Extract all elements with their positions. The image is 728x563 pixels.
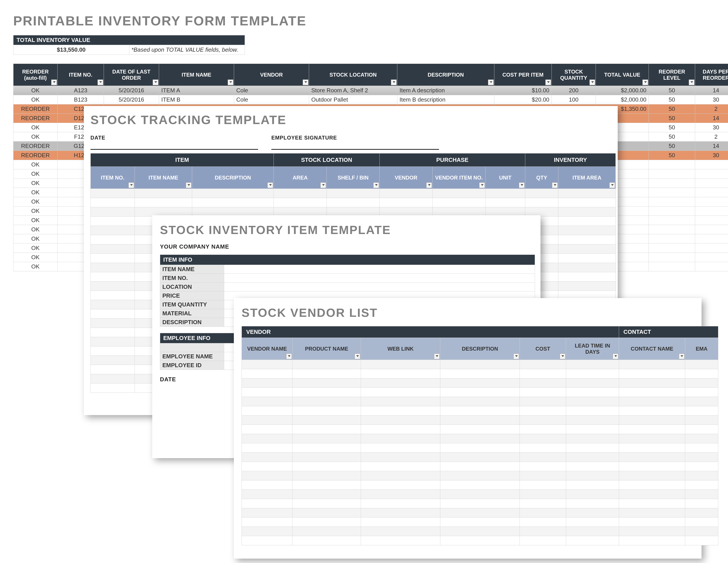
cell[interactable] — [685, 462, 718, 471]
cell[interactable] — [566, 369, 619, 379]
cell[interactable] — [361, 416, 440, 425]
cell[interactable] — [558, 263, 616, 272]
cell[interactable] — [520, 471, 566, 480]
cell[interactable] — [619, 360, 685, 369]
col-header[interactable]: COST PER ITEM — [494, 64, 552, 86]
cell[interactable] — [361, 388, 440, 397]
cell[interactable] — [558, 226, 616, 235]
cell[interactable] — [91, 384, 135, 393]
cell[interactable] — [293, 434, 361, 443]
cell[interactable] — [433, 189, 486, 198]
cell[interactable] — [558, 244, 616, 254]
col-header[interactable]: PRODUCT NAME — [293, 338, 361, 360]
cell[interactable] — [440, 425, 520, 434]
cell[interactable] — [293, 425, 361, 434]
cell[interactable] — [91, 263, 135, 272]
cell[interactable] — [685, 369, 718, 379]
cell[interactable] — [558, 198, 616, 207]
cell[interactable] — [558, 235, 616, 244]
cell[interactable] — [685, 379, 718, 388]
cell[interactable] — [440, 462, 520, 471]
cell[interactable] — [440, 536, 520, 545]
cell[interactable] — [566, 434, 619, 443]
cell[interactable] — [440, 434, 520, 443]
cell[interactable] — [566, 443, 619, 453]
cell[interactable] — [440, 397, 520, 406]
cell[interactable] — [293, 369, 361, 379]
cell[interactable] — [91, 235, 135, 244]
cell[interactable] — [242, 490, 293, 499]
cell[interactable] — [558, 282, 616, 291]
cell[interactable] — [685, 480, 718, 490]
cell[interactable] — [91, 207, 135, 216]
signature-field[interactable] — [271, 141, 439, 150]
cell[interactable] — [242, 425, 293, 434]
cell[interactable] — [685, 499, 718, 508]
cell[interactable] — [327, 189, 380, 198]
cell[interactable] — [242, 462, 293, 471]
cell[interactable] — [380, 189, 433, 198]
cell[interactable] — [91, 282, 135, 291]
cell[interactable] — [242, 388, 293, 397]
cell[interactable] — [91, 300, 135, 309]
cell[interactable] — [293, 397, 361, 406]
cell[interactable] — [440, 453, 520, 462]
cell[interactable] — [440, 416, 520, 425]
col-header[interactable]: ITEM AREA — [558, 167, 616, 189]
cell[interactable] — [293, 536, 361, 545]
cell[interactable] — [91, 272, 135, 282]
cell[interactable] — [685, 406, 718, 416]
cell[interactable] — [525, 189, 558, 198]
cell[interactable] — [440, 490, 520, 499]
cell[interactable] — [293, 527, 361, 536]
cell[interactable] — [525, 198, 558, 207]
cell[interactable] — [242, 397, 293, 406]
cell[interactable] — [242, 471, 293, 480]
col-header[interactable]: ITEM NAME — [135, 167, 192, 189]
cell[interactable] — [520, 443, 566, 453]
cell[interactable] — [361, 508, 440, 518]
cell[interactable] — [91, 337, 135, 347]
cell[interactable] — [520, 369, 566, 379]
cell[interactable] — [486, 189, 525, 198]
cell[interactable] — [619, 388, 685, 397]
cell[interactable] — [361, 480, 440, 490]
cell[interactable] — [685, 425, 718, 434]
cell[interactable] — [520, 379, 566, 388]
cell[interactable] — [91, 291, 135, 300]
cell[interactable] — [440, 443, 520, 453]
cell[interactable] — [520, 360, 566, 369]
cell[interactable] — [685, 490, 718, 499]
cell[interactable] — [619, 397, 685, 406]
cell[interactable] — [566, 388, 619, 397]
col-header[interactable]: UNIT — [486, 167, 525, 189]
cell[interactable] — [566, 480, 619, 490]
cell[interactable] — [685, 536, 718, 545]
cell[interactable] — [558, 216, 616, 226]
cell[interactable] — [242, 416, 293, 425]
cell[interactable] — [440, 406, 520, 416]
cell[interactable] — [91, 226, 135, 235]
cell[interactable] — [440, 360, 520, 369]
cell[interactable] — [558, 254, 616, 263]
cell[interactable] — [242, 508, 293, 518]
cell[interactable] — [293, 416, 361, 425]
col-header[interactable]: DESCRIPTION — [192, 167, 274, 189]
cell[interactable] — [440, 508, 520, 518]
cell[interactable] — [566, 406, 619, 416]
col-header[interactable]: DESCRIPTION — [397, 64, 494, 86]
cell[interactable] — [242, 369, 293, 379]
col-header[interactable]: DAYS PER REORDER — [695, 64, 728, 86]
col-header[interactable]: REORDER (auto-fill) — [13, 64, 58, 86]
cell[interactable] — [293, 499, 361, 508]
cell[interactable] — [566, 518, 619, 527]
cell[interactable] — [558, 272, 616, 282]
cell[interactable] — [520, 490, 566, 499]
cell[interactable] — [520, 518, 566, 527]
cell[interactable] — [242, 527, 293, 536]
col-header[interactable]: VENDOR — [234, 64, 309, 86]
cell[interactable] — [566, 508, 619, 518]
cell[interactable] — [619, 471, 685, 480]
col-header[interactable]: DATE OF LAST ORDER — [104, 64, 159, 86]
cell[interactable] — [619, 406, 685, 416]
